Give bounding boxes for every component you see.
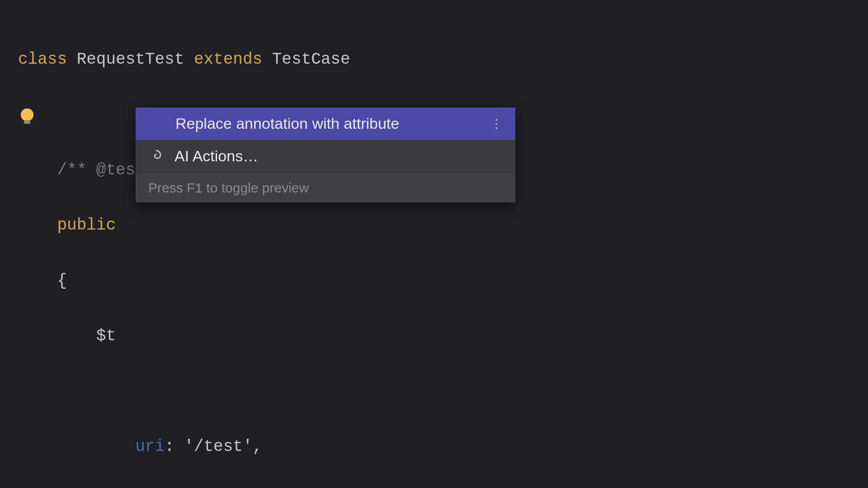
code-line: $t [18, 322, 868, 350]
code-line: class RequestTest extends TestCase [18, 46, 868, 73]
more-options-icon[interactable]: ⋮ [491, 121, 503, 127]
intention-label: Replace annotation with attribute [175, 111, 399, 137]
base-class: TestCase [272, 50, 350, 69]
hint-text: Press F1 to toggle preview [148, 176, 309, 199]
brace: { [57, 272, 67, 290]
popup-hint: Press F1 to toggle preview [136, 173, 515, 202]
code-line [18, 377, 868, 405]
intention-label: AI Actions… [175, 143, 258, 169]
lightbulb-icon[interactable] [21, 108, 33, 121]
code-fragment: $t [96, 327, 116, 345]
keyword-class: class [18, 50, 67, 69]
code-line: public [18, 211, 868, 239]
named-arg-uri: uri [135, 437, 165, 456]
keyword-public: public [57, 216, 116, 235]
ai-swirl-icon [148, 149, 164, 164]
intention-ai-actions[interactable]: AI Actions… [136, 140, 515, 173]
keyword-extends: extends [194, 50, 262, 69]
code-text: : '/test', [165, 437, 262, 456]
code-editor[interactable]: class RequestTest extends TestCase /** @… [18, 18, 868, 488]
code-line: uri: '/test', [18, 433, 868, 460]
class-name: RequestTest [77, 50, 184, 69]
code-line: { [18, 267, 868, 295]
intention-replace-annotation[interactable]: Replace annotation with attribute ⋮ [136, 108, 515, 140]
intention-popup: Replace annotation with attribute ⋮ AI A… [136, 108, 515, 202]
